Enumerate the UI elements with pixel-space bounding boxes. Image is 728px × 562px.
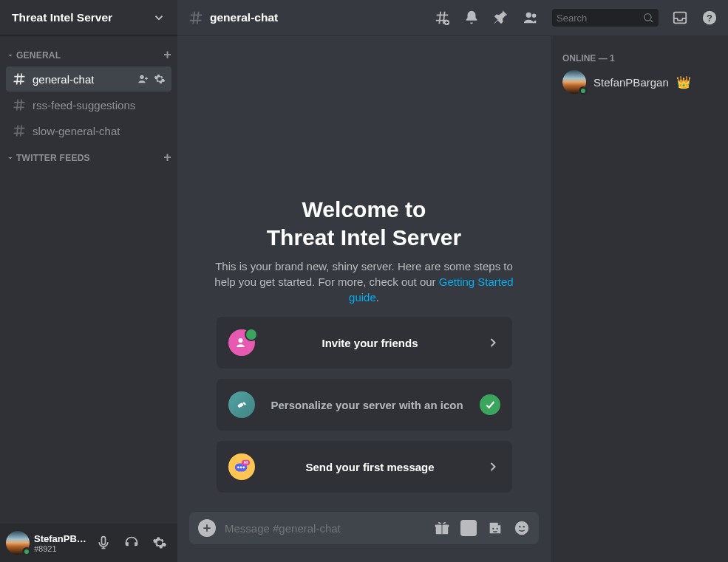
card-label: Invite your friends: [265, 337, 475, 349]
add-channel-icon[interactable]: +: [163, 47, 171, 63]
channel-label: general-chat: [33, 73, 94, 86]
paint-icon: [228, 391, 255, 418]
channel-general-chat[interactable]: general-chat: [6, 66, 171, 92]
svg-point-19: [497, 528, 498, 530]
channel-label: slow-general-chat: [33, 125, 120, 137]
welcome-subtitle: This is your brand new, shiny server. He…: [209, 258, 520, 305]
channel-label: rss-feed-suggestions: [33, 99, 135, 112]
svg-point-20: [515, 521, 528, 535]
category-general[interactable]: General +: [0, 41, 177, 66]
hash-icon: [12, 123, 27, 138]
svg-point-18: [492, 528, 494, 530]
channel-rss[interactable]: rss-feed-suggestions: [6, 92, 171, 117]
svg-rect-9: [237, 402, 244, 408]
category-twitter[interactable]: Twitter Feeds +: [0, 144, 177, 168]
hash-icon: [12, 97, 27, 112]
message-composer[interactable]: GIF: [189, 512, 539, 544]
mute-button[interactable]: [92, 531, 115, 555]
member-name: StefanPBargan: [593, 76, 669, 89]
gift-icon[interactable]: [434, 520, 450, 536]
chevron-right-icon: [486, 459, 500, 474]
user-tag: #8921: [34, 544, 87, 553]
gear-icon[interactable]: [154, 73, 166, 85]
svg-text:HI: HI: [243, 460, 248, 465]
caret-down-icon: [6, 51, 15, 60]
svg-point-12: [239, 467, 242, 469]
gif-button[interactable]: GIF: [460, 520, 477, 536]
category-label: General: [16, 50, 61, 61]
chevron-right-icon: [486, 335, 500, 350]
message-bubble-icon: HI: [228, 453, 255, 480]
welcome-title: Welcome to Threat Intel Server: [189, 196, 539, 251]
inbox-icon[interactable]: [672, 10, 688, 26]
deafen-button[interactable]: [120, 531, 143, 555]
svg-point-4: [644, 14, 651, 21]
svg-point-11: [237, 467, 239, 469]
svg-point-22: [523, 526, 525, 527]
channel-slow[interactable]: slow-general-chat: [6, 118, 171, 143]
svg-point-8: [238, 338, 242, 343]
svg-point-3: [532, 14, 537, 18]
card-label: Personalize your server with an icon: [265, 399, 469, 411]
attach-button[interactable]: [198, 519, 216, 537]
svg-point-21: [519, 526, 520, 527]
search-icon: [642, 12, 654, 24]
create-invite-icon[interactable]: [137, 73, 149, 85]
crown-icon: 👑: [676, 75, 691, 89]
hash-icon: [188, 10, 204, 26]
server-name: Threat Intel Server: [12, 11, 112, 24]
emoji-icon[interactable]: [514, 520, 530, 536]
search-field[interactable]: [557, 13, 638, 24]
settings-button[interactable]: [148, 531, 171, 555]
chevron-down-icon: [152, 11, 166, 24]
card-invite-friends[interactable]: Invite your friends: [217, 317, 512, 369]
svg-point-13: [242, 467, 245, 469]
svg-point-0: [140, 75, 143, 79]
user-display-name: StefanPBa...: [34, 533, 87, 544]
card-label: Send your first message: [265, 461, 475, 473]
svg-text:?: ?: [707, 13, 712, 24]
card-personalize[interactable]: Personalize your server with an icon: [217, 379, 512, 431]
server-header[interactable]: Threat Intel Server: [0, 0, 177, 35]
members-header: Online — 1: [557, 47, 722, 66]
category-label: Twitter Feeds: [16, 153, 90, 163]
channel-title: general-chat: [210, 11, 278, 24]
message-field[interactable]: [225, 522, 425, 535]
member-item[interactable]: StefanPBargan 👑: [557, 66, 722, 97]
card-first-message[interactable]: HI Send your first message: [217, 441, 512, 493]
add-channel-icon[interactable]: +: [163, 150, 171, 165]
avatar: [562, 70, 586, 94]
notifications-icon[interactable]: [463, 10, 480, 26]
caret-down-icon: [6, 154, 15, 162]
topbar: general-chat ?: [177, 0, 728, 35]
user-panel: StefanPBa... #8921: [0, 524, 177, 562]
hash-icon: [12, 72, 27, 86]
status-online-icon: [579, 86, 588, 95]
sticker-icon[interactable]: [487, 520, 503, 536]
help-icon[interactable]: ?: [701, 10, 718, 26]
avatar[interactable]: [6, 531, 30, 555]
chat-content: Welcome to Threat Intel Server This is y…: [177, 35, 551, 512]
members-toggle-icon[interactable]: [523, 10, 539, 26]
search-input[interactable]: [552, 9, 659, 27]
svg-point-2: [526, 13, 531, 18]
invite-icon: [228, 329, 255, 356]
status-online-icon: [22, 547, 31, 556]
pinned-icon[interactable]: [493, 10, 509, 26]
threads-icon[interactable]: [434, 10, 450, 26]
check-icon: [480, 394, 500, 415]
members-panel: Online — 1 StefanPBargan 👑: [551, 35, 728, 562]
